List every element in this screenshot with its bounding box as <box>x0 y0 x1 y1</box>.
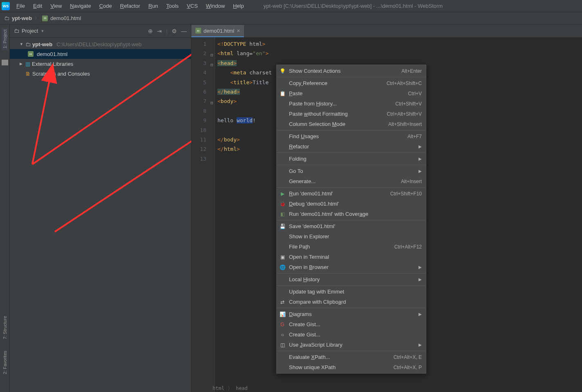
project-panel: 🗀 Project ▼ ⊕ ⇥ | ⚙ — ▼ 🗀 ypt-web C:\Use… <box>10 25 191 392</box>
breadcrumb-project[interactable]: ypt-web <box>12 15 32 21</box>
ctx-save-demo01-html[interactable]: 💾Save 'demo01.html' <box>277 221 426 231</box>
menu-separator <box>277 187 426 188</box>
menu-refactor[interactable]: Refactor <box>117 1 143 11</box>
menu-edit[interactable]: Edit <box>30 1 45 11</box>
editor-tab-demo01[interactable]: H demo01.html × <box>191 25 244 37</box>
bc-html[interactable]: html <box>213 385 224 391</box>
submenu-arrow-icon: ▶ <box>419 265 422 269</box>
ctx-paste[interactable]: 📋PasteCtrl+V <box>277 88 426 99</box>
ctx-use-javascript-library[interactable]: ◫Use JavaScript Library▶ <box>277 340 426 350</box>
collapse-icon[interactable]: ⇥ <box>157 28 162 34</box>
tab-label: demo01.html <box>204 28 234 34</box>
ctx-compare-with-clipboard[interactable]: ⇄Compare with Clipboard <box>277 297 426 307</box>
tab-project[interactable]: 1: Project <box>2 28 8 50</box>
gutter: 12⊟3⊟4567⊟8910111213 <box>191 38 215 392</box>
line-number: 11 <box>191 135 215 144</box>
html-file-icon: H <box>195 28 201 34</box>
ctx-run-demo01-html[interactable]: ▶Run 'demo01.html'Ctrl+Shift+F10 <box>277 188 426 199</box>
menu-vcs[interactable]: VCS <box>184 1 201 11</box>
ctx-open-in-browser[interactable]: 🌐Open in Browser▶ <box>277 262 426 272</box>
menu-item-label: Run 'demo01.html' with Coverage <box>289 211 368 217</box>
ctx-generate[interactable]: Generate...Alt+Insert <box>277 176 426 186</box>
ctx-create-gist[interactable]: ○Create Gist... <box>277 329 426 340</box>
minimize-icon[interactable]: — <box>181 28 187 34</box>
close-icon[interactable]: × <box>237 27 240 34</box>
ctx-diagrams[interactable]: 📊Diagrams▶ <box>277 309 426 319</box>
tab-bar: H demo01.html × <box>191 25 582 38</box>
menu-item-label: File Path <box>289 244 310 250</box>
menu-shortcut: Ctrl+Alt+F12 <box>394 244 422 250</box>
code-line[interactable]: <!DOCTYPE html> <box>217 39 580 49</box>
tab-favorites[interactable]: 2: Favorites <box>2 349 8 376</box>
html-file-icon: H <box>28 51 34 57</box>
ctx-create-gist[interactable]: GCreate Gist... <box>277 319 426 329</box>
svg-line-3 <box>32 66 52 164</box>
menu-item-label: Show Context Actions <box>289 68 340 74</box>
ctx-find-usages[interactable]: Find UsagesAlt+F7 <box>277 131 426 141</box>
tree-root[interactable]: ▼ 🗀 ypt-web C:\Users\DELL\Desktop\ypt\yp… <box>10 39 191 49</box>
gear-icon[interactable]: ⚙ <box>172 28 177 34</box>
menu-item-label: Run 'demo01.html' <box>289 190 333 197</box>
ctx-file-path[interactable]: File PathCtrl+Alt+F12 <box>277 242 426 252</box>
menu-shortcut: Alt+Shift+Insert <box>388 121 422 127</box>
file-label: demo01.html <box>37 51 67 57</box>
menu-file[interactable]: File <box>13 1 28 11</box>
panel-title-label[interactable]: Project <box>22 28 38 34</box>
menu-item-label: Column Selection Mode <box>289 121 345 127</box>
submenu-arrow-icon: ▶ <box>419 169 422 173</box>
line-number: 10 <box>191 125 215 135</box>
menu-code[interactable]: Code <box>96 1 115 11</box>
expand-arrow-icon[interactable]: ▼ <box>20 42 24 46</box>
chevron-down-icon[interactable]: ▼ <box>40 29 44 33</box>
menu-shortcut: Ctrl+Shift+V <box>395 101 422 107</box>
expand-arrow-icon[interactable]: ▶ <box>20 62 24 66</box>
line-number: 8 <box>191 106 215 116</box>
ctx-evaluate-xpath[interactable]: Evaluate XPath...Ctrl+Alt+X, E <box>277 352 426 362</box>
ctx-update-tag-with-emmet[interactable]: Update tag with Emmet <box>277 287 426 297</box>
menu-item-icon: ▣ <box>279 254 286 260</box>
bc-head[interactable]: head <box>236 385 248 391</box>
ctx-copy-reference[interactable]: Copy ReferenceCtrl+Alt+Shift+C <box>277 78 426 88</box>
tree-external-libraries[interactable]: ▶ ▥ External Libraries <box>10 59 191 69</box>
tree-file-demo01[interactable]: H demo01.html <box>10 49 191 59</box>
menu-help[interactable]: Help <box>230 1 247 11</box>
ctx-run-demo01-html-with-coverage[interactable]: ◧Run 'demo01.html' with Coverage <box>277 209 426 219</box>
menu-run[interactable]: Run <box>145 1 161 11</box>
ctx-paste-without-formatting[interactable]: Paste without FormattingCtrl+Alt+Shift+V <box>277 109 426 119</box>
breadcrumb: 🗀 ypt-web 〉 H demo01.html <box>0 12 582 25</box>
tree-scratches[interactable]: 🗎 Scratches and Consoles <box>10 69 191 78</box>
ctx-local-history[interactable]: Local History▶ <box>277 274 426 284</box>
webstorm-icon: WS <box>2 2 10 10</box>
target-icon[interactable]: ⊕ <box>148 28 153 34</box>
menu-tools[interactable]: Tools <box>163 1 182 11</box>
menu-item-label: Create Gist... <box>289 332 320 338</box>
library-icon: ▥ <box>25 61 30 67</box>
menu-separator <box>277 220 426 220</box>
ctx-go-to[interactable]: Go To▶ <box>277 166 426 176</box>
menu-item-label: Local History <box>289 276 320 282</box>
ctx-folding[interactable]: Folding▶ <box>277 154 426 164</box>
line-number: 9 <box>191 116 215 125</box>
ctx-show-context-actions[interactable]: 💡Show Context ActionsAlt+Enter <box>277 66 426 76</box>
menu-window[interactable]: Window <box>203 1 228 11</box>
menu-navigate[interactable]: Navigate <box>67 1 94 11</box>
ctx-refactor[interactable]: Refactor▶ <box>277 141 426 152</box>
project-path: C:\Users\DELL\Desktop\ypt\ypt-web <box>56 41 141 47</box>
ctx-open-in-terminal[interactable]: ▣Open in Terminal <box>277 252 426 262</box>
menu-separator <box>277 130 426 130</box>
ext-lib-label: External Libraries <box>32 61 73 67</box>
menu-item-label: Copy Reference <box>289 80 327 86</box>
strip-icon <box>2 60 8 65</box>
ctx-show-in-explorer[interactable]: Show in Explorer <box>277 231 426 242</box>
ctx-paste-from-history[interactable]: Paste from History...Ctrl+Shift+V <box>277 99 426 109</box>
breadcrumb-file[interactable]: demo01.html <box>50 15 81 21</box>
ctx-column-selection-mode[interactable]: Column Selection ModeAlt+Shift+Insert <box>277 119 426 129</box>
submenu-arrow-icon: ▶ <box>419 157 422 161</box>
menu-view[interactable]: View <box>47 1 65 11</box>
ctx-debug-demo01-html[interactable]: 🐞Debug 'demo01.html' <box>277 199 426 209</box>
tab-structure[interactable]: 7: Structure <box>2 314 8 341</box>
code-line[interactable]: <html lang="en"> <box>217 49 580 58</box>
menu-shortcut: Ctrl+Alt+X, E <box>394 354 422 360</box>
menu-item-label: Show unique XPath <box>289 364 336 370</box>
ctx-show-unique-xpath[interactable]: Show unique XPathCtrl+Alt+X, P <box>277 362 426 372</box>
